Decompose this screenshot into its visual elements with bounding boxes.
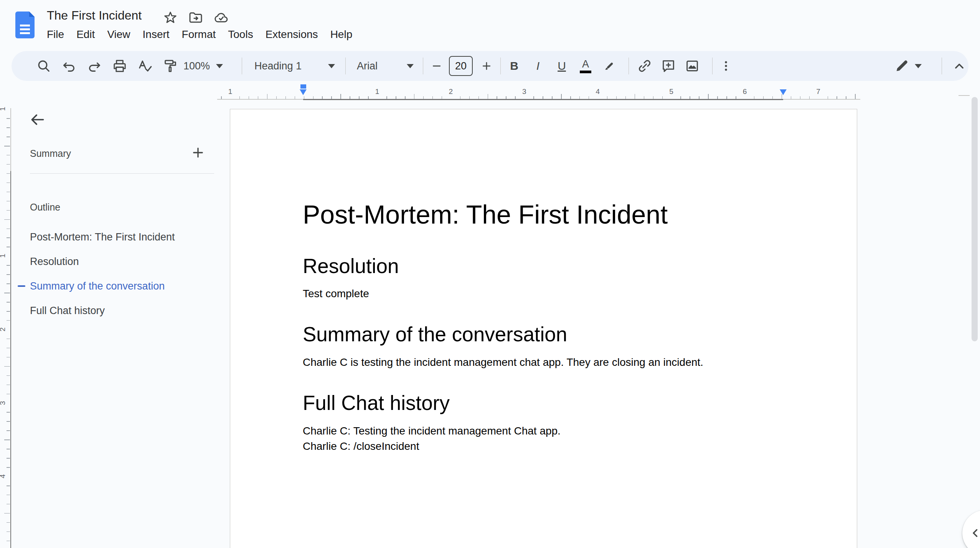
zoom-value: 100% (183, 60, 210, 72)
underline-button[interactable]: U (551, 55, 572, 77)
ruler-tick (7, 458, 10, 459)
doc-heading2-full-chat[interactable]: Full Chat history (303, 391, 450, 415)
collapse-toolbar-icon[interactable] (949, 55, 970, 77)
zoom-control[interactable]: 100% (183, 51, 223, 81)
search-icon[interactable] (33, 55, 54, 77)
back-arrow-icon[interactable] (27, 109, 48, 130)
ruler-tick (7, 421, 10, 422)
menu-file[interactable]: File (41, 27, 70, 42)
insert-image-button[interactable] (681, 55, 703, 77)
ruler-tick (4, 366, 10, 367)
decrease-font-size-button[interactable] (426, 55, 447, 77)
outline-label: Outline (30, 202, 60, 213)
add-comment-button[interactable] (658, 55, 679, 77)
doc-body-chat-line2[interactable]: Charlie C: /closeIncident (303, 439, 419, 454)
text-color-button[interactable]: A (575, 55, 596, 77)
ruler-tick (4, 219, 10, 220)
outline-item-full-chat-history[interactable]: Full Chat history (12, 298, 229, 323)
ruler-tick (7, 229, 10, 229)
ruler-label: 2 (449, 87, 453, 96)
more-options-icon[interactable] (715, 55, 737, 77)
ruler-tick (7, 192, 10, 193)
doc-heading2-resolution[interactable]: Resolution (303, 254, 399, 278)
highlight-color-button[interactable] (599, 55, 620, 77)
menu-insert[interactable]: Insert (137, 27, 176, 42)
redo-icon[interactable] (84, 55, 105, 77)
spellcheck-icon[interactable] (134, 55, 156, 77)
doc-body-test-complete[interactable]: Test complete (303, 286, 369, 301)
ruler-tick (7, 412, 10, 413)
doc-body-summary[interactable]: Charlie C is testing the incident manage… (303, 355, 703, 370)
doc-title[interactable]: The First Incident (47, 8, 142, 23)
first-line-indent-marker[interactable] (300, 84, 306, 89)
menu-view[interactable]: View (101, 27, 136, 42)
left-indent-marker[interactable] (300, 89, 307, 95)
paint-format-icon[interactable] (160, 55, 181, 77)
document-page[interactable]: Post-Mortem: The First Incident Resoluti… (230, 109, 857, 548)
right-indent-marker[interactable] (780, 89, 787, 95)
outline-list: Post-Mortem: The First Incident Resoluti… (12, 225, 229, 323)
ruler-text-width-line (303, 99, 783, 100)
font-family-control[interactable]: Arial (357, 51, 414, 81)
ruler-tick (7, 311, 10, 312)
cloud-saved-icon[interactable] (213, 10, 229, 25)
ruler-tick (7, 495, 10, 495)
menu-extensions[interactable]: Extensions (259, 27, 324, 42)
horizontal-ruler[interactable]: 11234567 (0, 81, 980, 103)
ruler-tick (7, 237, 10, 238)
ruler-tick (7, 522, 10, 523)
ruler-tick (7, 449, 10, 449)
current-text-color (580, 71, 591, 73)
paragraph-style-control[interactable]: Heading 1 (254, 51, 335, 81)
ruler-tick (7, 320, 10, 321)
ruler-tick (7, 348, 10, 349)
ruler-label: 4 (596, 87, 600, 96)
show-side-panel-button[interactable] (962, 510, 980, 548)
edit-mode-pen-icon (894, 58, 909, 74)
star-icon[interactable] (163, 10, 178, 25)
chevron-down-icon (915, 64, 922, 68)
undo-icon[interactable] (58, 55, 80, 77)
doc-body-chat-line1[interactable]: Charlie C: Testing the incident manageme… (303, 424, 561, 438)
increase-font-size-button[interactable] (476, 55, 497, 77)
vertical-scrollbar[interactable] (972, 97, 978, 341)
italic-button[interactable]: I (527, 55, 549, 77)
insert-link-button[interactable] (634, 55, 655, 77)
add-summary-icon[interactable] (189, 143, 207, 162)
google-docs-app: The First Incident File (0, 0, 980, 548)
ruler-tick (7, 385, 10, 385)
print-icon[interactable] (109, 55, 130, 77)
menu-bar: File Edit View Insert Format Tools Exten… (41, 27, 358, 42)
ruler-tick (7, 394, 10, 395)
ruler-tick (7, 265, 10, 266)
menu-tools[interactable]: Tools (222, 27, 259, 42)
font-size-field[interactable]: 20 (449, 56, 473, 76)
ruler-tick (7, 504, 10, 505)
outline-item-post-mortem[interactable]: Post-Mortem: The First Incident (12, 225, 229, 249)
menu-edit[interactable]: Edit (70, 27, 101, 42)
chevron-down-icon (216, 64, 223, 68)
ruler-tick (7, 541, 10, 541)
ruler-tick (7, 467, 10, 468)
move-folder-icon[interactable] (188, 10, 203, 25)
menu-help[interactable]: Help (324, 27, 359, 42)
chevron-down-icon (407, 64, 414, 68)
ruler-tick (7, 283, 10, 284)
doc-heading2-summary[interactable]: Summary of the conversation (303, 322, 567, 347)
docs-logo-icon[interactable] (15, 12, 35, 38)
ruler-label: 7 (816, 87, 820, 96)
editing-mode-control[interactable] (894, 51, 922, 81)
menu-format[interactable]: Format (176, 27, 222, 42)
doc-heading1[interactable]: Post-Mortem: The First Incident (303, 199, 668, 230)
outline-item-resolution[interactable]: Resolution (12, 249, 229, 274)
ruler-tick (7, 430, 10, 431)
outline-item-summary-of-the-conversation[interactable]: Summary of the conversation (12, 274, 229, 298)
active-item-dash-icon (18, 285, 25, 287)
bold-button[interactable]: B (503, 55, 525, 77)
ruler-tick (4, 293, 10, 293)
outline-panel: Summary Outline Post-Mortem: The First I… (12, 103, 229, 548)
ruler-tick (7, 302, 10, 303)
summary-label: Summary (30, 148, 71, 159)
ruler-tick (7, 155, 10, 156)
ruler-tick (7, 357, 10, 358)
